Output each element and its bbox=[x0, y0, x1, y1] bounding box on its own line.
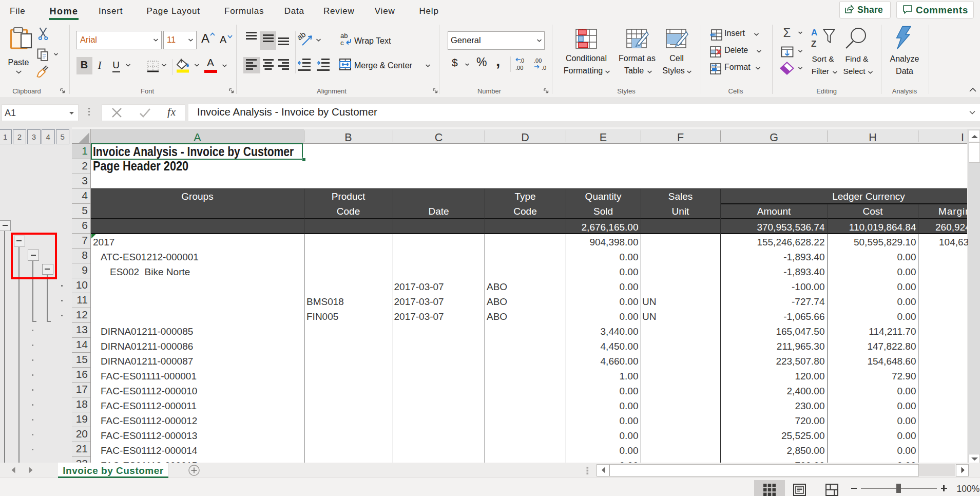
svg-text:.00: .00 bbox=[534, 58, 542, 64]
svg-text:.0: .0 bbox=[520, 58, 524, 64]
svg-text:.00: .00 bbox=[515, 65, 523, 71]
svg-text:A: A bbox=[811, 28, 817, 37]
svg-text:.0: .0 bbox=[542, 65, 546, 71]
svg-text:Z: Z bbox=[811, 39, 816, 49]
svg-text:c: c bbox=[340, 39, 344, 47]
svg-text:ab: ab bbox=[340, 32, 348, 40]
